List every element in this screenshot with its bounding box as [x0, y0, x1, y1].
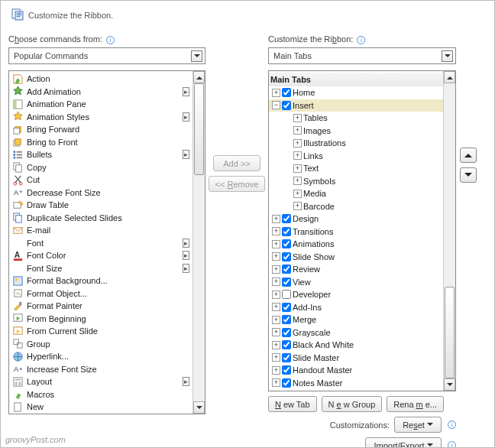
remove-button[interactable]: << Remove: [209, 176, 266, 192]
tree-checkbox[interactable]: [282, 290, 291, 299]
info-icon[interactable]: i: [448, 441, 456, 448]
expand-icon[interactable]: +: [272, 353, 280, 362]
tree-item[interactable]: + Slide Master: [269, 352, 443, 365]
expand-icon[interactable]: +: [272, 227, 280, 235]
command-item[interactable]: Font Size: [9, 262, 192, 275]
scroll-thumb[interactable]: [194, 83, 204, 175]
expand-icon[interactable]: +: [272, 366, 280, 375]
tree-item[interactable]: + Symbols: [269, 175, 443, 188]
tree-item[interactable]: − Insert: [269, 99, 443, 112]
command-item[interactable]: Draw Table: [9, 199, 192, 212]
tree-checkbox[interactable]: [282, 378, 291, 388]
tree-checkbox[interactable]: [282, 328, 291, 337]
tree-checkbox[interactable]: [282, 88, 291, 97]
command-item[interactable]: Macros: [9, 388, 192, 401]
tree-checkbox[interactable]: [282, 239, 291, 248]
command-item[interactable]: Action: [9, 73, 192, 86]
info-icon[interactable]: i: [448, 420, 456, 429]
expand-icon[interactable]: +: [272, 252, 280, 261]
expand-icon[interactable]: +: [293, 114, 302, 122]
command-item[interactable]: AIncrease Font Size: [9, 363, 192, 376]
expand-icon[interactable]: +: [272, 240, 280, 248]
tree-item[interactable]: + Animations: [269, 238, 443, 251]
tree-item[interactable]: + Images: [269, 125, 443, 138]
command-item[interactable]: ADecrease Font Size: [9, 187, 192, 200]
expand-icon[interactable]: +: [293, 151, 302, 160]
expand-icon[interactable]: +: [272, 215, 280, 223]
scrollbar[interactable]: [443, 71, 455, 391]
tree-item[interactable]: + Grayscale: [269, 326, 443, 339]
tree-item[interactable]: + Illustrations: [269, 137, 443, 150]
tree-checkbox[interactable]: [282, 214, 291, 223]
import-export-button[interactable]: Import/Export: [365, 437, 442, 448]
tree-item[interactable]: + Handout Master: [269, 364, 443, 377]
tree-item[interactable]: + Notes Master: [269, 377, 443, 390]
expand-icon[interactable]: +: [293, 202, 302, 210]
command-item[interactable]: Font: [9, 237, 192, 250]
tree-item[interactable]: + Slide Show: [269, 251, 443, 264]
commands-listbox[interactable]: ActionAdd AnimationAnimation PaneAnimati…: [8, 70, 205, 414]
move-up-button[interactable]: [460, 148, 477, 163]
ribbon-tree[interactable]: Main Tabs+ Home− Insert+ Tables+ Images+…: [268, 70, 456, 391]
command-item[interactable]: Copy: [9, 161, 192, 174]
tree-item[interactable]: + Text: [269, 162, 443, 175]
command-item[interactable]: Bring to Front: [9, 136, 192, 149]
command-item[interactable]: Hyperlink...: [9, 350, 192, 363]
command-item[interactable]: Layout: [9, 375, 192, 388]
tree-checkbox[interactable]: [282, 265, 291, 274]
scroll-up-icon[interactable]: [193, 71, 205, 83]
scroll-down-icon[interactable]: [444, 378, 455, 391]
tree-item[interactable]: + Transitions: [269, 226, 443, 239]
new-tab-button[interactable]: New Tab: [268, 396, 317, 412]
scroll-thumb[interactable]: [445, 287, 455, 378]
choose-commands-dropdown[interactable]: Popular Commands: [8, 47, 205, 64]
command-item[interactable]: Animation Pane: [9, 98, 192, 111]
expand-icon[interactable]: +: [293, 190, 302, 198]
tree-item[interactable]: + Design: [269, 213, 443, 226]
info-icon[interactable]: i: [106, 36, 115, 44]
tree-item[interactable]: + Links: [269, 150, 443, 163]
tree-item[interactable]: + Background Removal: [269, 389, 443, 391]
expand-icon[interactable]: +: [272, 278, 280, 286]
tree-checkbox[interactable]: [282, 227, 291, 236]
expand-icon[interactable]: +: [272, 303, 280, 311]
collapse-icon[interactable]: −: [272, 101, 280, 109]
command-item[interactable]: Format Painter: [9, 300, 192, 313]
add-button[interactable]: Add >>: [213, 155, 260, 171]
reset-button[interactable]: Reset: [394, 417, 442, 433]
tree-item[interactable]: + Home: [269, 86, 443, 99]
command-item[interactable]: New Slide: [9, 414, 192, 414]
command-item[interactable]: Add Animation: [9, 86, 192, 99]
command-item[interactable]: Bullets: [9, 148, 192, 161]
tree-checkbox[interactable]: [282, 340, 291, 349]
expand-icon[interactable]: +: [272, 378, 280, 387]
command-item[interactable]: Animation Styles: [9, 111, 192, 124]
tree-checkbox[interactable]: [282, 101, 291, 110]
expand-icon[interactable]: +: [272, 328, 280, 336]
tree-checkbox[interactable]: [282, 278, 291, 287]
command-item[interactable]: From Current Slide: [9, 325, 192, 338]
tree-item[interactable]: + Media: [269, 187, 443, 200]
tree-checkbox[interactable]: [282, 353, 291, 362]
rename-button[interactable]: Rename...: [387, 396, 444, 412]
tree-checkbox[interactable]: [282, 365, 291, 375]
tree-item[interactable]: + Black And White: [269, 339, 443, 352]
tree-checkbox[interactable]: [282, 303, 291, 312]
info-icon[interactable]: i: [357, 36, 365, 44]
command-item[interactable]: Cut: [9, 174, 192, 187]
tree-item[interactable]: + Add-Ins: [269, 301, 443, 314]
command-item[interactable]: Format Object...: [9, 287, 192, 300]
move-down-button[interactable]: [460, 167, 477, 183]
expand-icon[interactable]: +: [272, 341, 280, 349]
expand-icon[interactable]: +: [272, 265, 280, 274]
command-item[interactable]: Duplicate Selected Slides: [9, 212, 192, 225]
tree-checkbox[interactable]: [282, 315, 291, 324]
command-item[interactable]: Format Background...: [9, 274, 192, 287]
customize-ribbon-dropdown[interactable]: Main Tabs: [268, 47, 456, 64]
scroll-down-icon[interactable]: [193, 401, 205, 414]
tree-item[interactable]: + Review: [269, 263, 443, 276]
tree-item[interactable]: + View: [269, 276, 443, 289]
tree-item[interactable]: + Tables: [269, 112, 443, 125]
command-item[interactable]: AFont Color: [9, 249, 192, 262]
scrollbar[interactable]: [192, 71, 205, 414]
